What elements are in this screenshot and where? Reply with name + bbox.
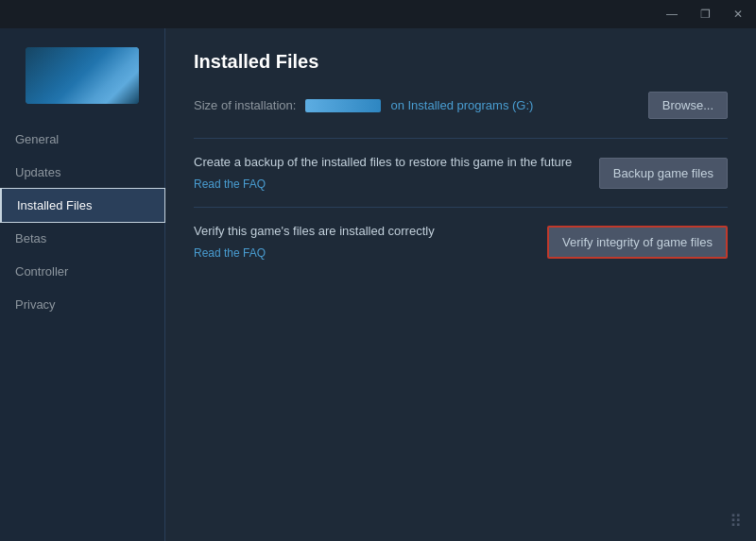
title-bar: — ❐ ✕ bbox=[0, 0, 756, 28]
game-logo bbox=[26, 47, 139, 104]
sidebar-item-controller[interactable]: Controller bbox=[0, 255, 164, 288]
backup-section: Create a backup of the installed files t… bbox=[194, 138, 728, 207]
install-size-row: Size of installation: on Installed progr… bbox=[194, 92, 728, 119]
backup-section-title: Create a backup of the installed files t… bbox=[194, 154, 580, 171]
page-title: Installed Files bbox=[194, 51, 728, 73]
install-location-link[interactable]: on Installed programs (G:) bbox=[390, 98, 533, 112]
sidebar-item-betas[interactable]: Betas bbox=[0, 222, 164, 255]
maximize-button[interactable]: ❐ bbox=[695, 6, 716, 23]
minimize-button[interactable]: — bbox=[661, 6, 683, 23]
verify-integrity-button[interactable]: Verify integrity of game files bbox=[547, 226, 728, 259]
sidebar-item-general[interactable]: General bbox=[0, 123, 164, 156]
sidebar-item-privacy[interactable]: Privacy bbox=[0, 288, 164, 321]
verify-faq-link[interactable]: Read the FAQ bbox=[194, 246, 266, 260]
install-size-label: Size of installation: bbox=[194, 98, 296, 112]
verify-section-title: Verify this game's files are installed c… bbox=[194, 223, 528, 240]
sidebar-item-installed-files[interactable]: Installed Files bbox=[0, 189, 164, 222]
app-container: General Updates Installed Files Betas Co… bbox=[0, 28, 756, 541]
browse-button[interactable]: Browse... bbox=[648, 92, 728, 119]
close-button[interactable]: ✕ bbox=[728, 6, 748, 23]
backup-section-info: Create a backup of the installed files t… bbox=[194, 154, 580, 192]
sidebar-item-updates[interactable]: Updates bbox=[0, 156, 164, 189]
sidebar: General Updates Installed Files Betas Co… bbox=[0, 28, 165, 541]
backup-faq-link[interactable]: Read the FAQ bbox=[194, 178, 266, 191]
bottom-dots: ⠿ bbox=[730, 511, 743, 532]
backup-game-files-button[interactable]: Backup game files bbox=[599, 158, 728, 189]
install-size-value bbox=[305, 99, 381, 112]
verify-section-info: Verify this game's files are installed c… bbox=[194, 223, 528, 261]
game-logo-image bbox=[26, 47, 139, 104]
verify-section: Verify this game's files are installed c… bbox=[194, 207, 728, 276]
main-content: Installed Files Size of installation: on… bbox=[165, 28, 756, 541]
